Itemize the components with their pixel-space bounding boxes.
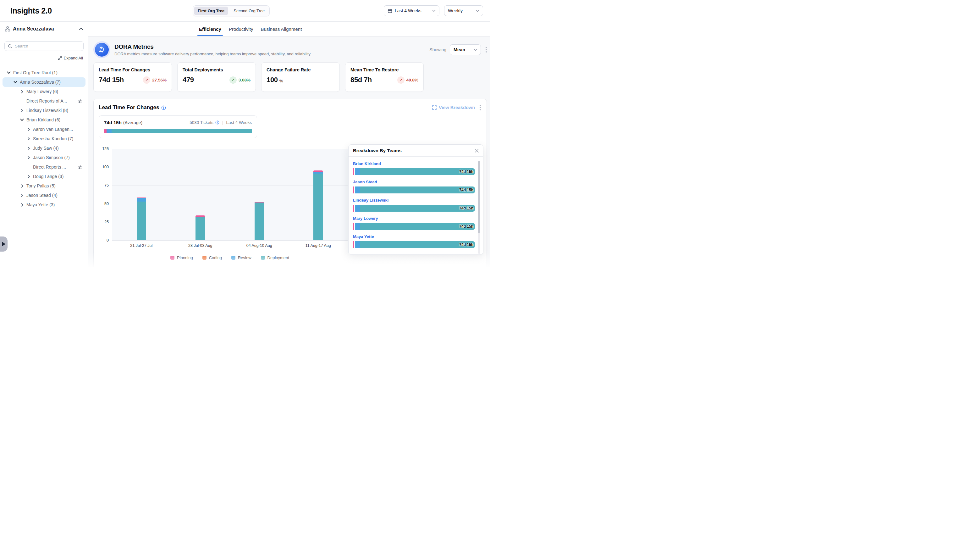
tree-item-label: Jason Simpson (7): [33, 155, 70, 160]
tree-item-judy-saw-4[interactable]: Judy Saw (4): [3, 143, 86, 153]
tab-business-alignment[interactable]: Business Alignment: [261, 22, 302, 36]
chevron-right-icon[interactable]: [20, 184, 24, 188]
team-name-link[interactable]: Jason Stead: [353, 180, 475, 184]
scrollbar-thumb[interactable]: [478, 161, 480, 233]
team-lead-time-bar[interactable]: 74d 15h: [353, 205, 475, 212]
team-lead-time-bar[interactable]: 74d 15h: [353, 223, 475, 230]
chevron-down-icon[interactable]: [20, 118, 24, 122]
tree-item-lindsay-liszewski-8[interactable]: Lindsay Liszewski (8): [3, 106, 86, 115]
tree-item-maya-yette-3[interactable]: Maya Yette (3): [3, 200, 86, 209]
legend-item-deployment[interactable]: Deployment: [261, 255, 289, 260]
aggregation-dropdown[interactable]: Mean: [450, 45, 481, 55]
tree-item-jason-stead-4[interactable]: Jason Stead (4): [3, 191, 86, 200]
tree-item-label: Doug Lange (3): [33, 174, 64, 179]
view-breakdown-button[interactable]: View Breakdown: [432, 105, 475, 110]
tree-item-aaron-van-langen[interactable]: Aaron Van Langen...: [3, 124, 86, 134]
sidebar-search[interactable]: [5, 41, 84, 51]
tree-item-jason-simpson-7[interactable]: Jason Simpson (7): [3, 153, 86, 162]
search-input[interactable]: [15, 44, 80, 48]
team-name-link[interactable]: Maya Yette: [353, 234, 475, 239]
kebab-menu-icon[interactable]: [485, 47, 487, 53]
sidebar-user-name: Anna Scozzafava: [13, 26, 54, 32]
breakdown-row-jason-stead: Jason Stead74d 15h: [353, 180, 475, 193]
kebab-menu-icon[interactable]: [480, 105, 481, 110]
team-name-link[interactable]: Lindsay Liszewski: [353, 198, 475, 202]
toggle-first-org-tree[interactable]: First Org Tree: [194, 6, 228, 15]
legend-item-coding[interactable]: Coding: [202, 255, 222, 260]
sidebar-expand-handle[interactable]: [0, 236, 8, 252]
chevron-right-icon[interactable]: [27, 137, 30, 140]
deployment-segment: [196, 217, 205, 240]
tree-item-direct-reports-of-a[interactable]: Direct Reports of A...: [3, 96, 86, 106]
y-tick-75: 75: [104, 183, 109, 187]
average-phase-bar: [104, 129, 252, 133]
bar-04-aug-10-aug[interactable]: [255, 202, 264, 240]
average-summary-row: 74d 15h (Average) 5030 Tickets | Last 4 …: [104, 120, 252, 125]
tree-item-first-org-tree-root-1[interactable]: First Org Tree Root (1): [3, 68, 86, 77]
chevron-down-icon[interactable]: [14, 80, 17, 84]
chevron-down-icon[interactable]: [7, 71, 11, 75]
chevron-right-icon[interactable]: [27, 147, 30, 150]
tree-item-label: Brian Kirkland (6): [26, 117, 60, 122]
legend-item-planning[interactable]: Planning: [170, 255, 193, 260]
chevron-right-icon[interactable]: [27, 128, 30, 131]
granularity-dropdown[interactable]: Weekly: [444, 5, 483, 16]
dora-controls: Showing Mean: [430, 45, 487, 55]
org-tree-toggle: First Org Tree Second Org Tree: [192, 5, 270, 16]
aggregation-value: Mean: [453, 47, 465, 52]
team-lead-time-bar[interactable]: 74d 15h: [353, 168, 475, 175]
date-range-dropdown[interactable]: Last 4 Weeks: [384, 5, 439, 16]
expand-all-button[interactable]: Expand All: [5, 56, 83, 61]
bar-11-aug-17-aug[interactable]: [313, 171, 323, 240]
top-controls: Last 4 Weeks Weekly: [384, 5, 483, 16]
lead-time-title-text: Lead Time For Changes: [99, 104, 159, 111]
tab-productivity[interactable]: Productivity: [229, 22, 253, 36]
tab-efficiency[interactable]: Efficiency: [199, 22, 221, 36]
review-segment: [137, 198, 146, 201]
chevron-down-icon: [474, 49, 477, 51]
chevron-right-icon[interactable]: [20, 109, 24, 112]
top-header: Insights 2.0 First Org Tree Second Org T…: [0, 0, 490, 22]
tree-item-mary-lowery-6[interactable]: Mary Lowery (6): [3, 87, 86, 96]
tree-item-brian-kirkland-6[interactable]: Brian Kirkland (6): [3, 115, 86, 124]
tree-item-anna-scozzafava-7[interactable]: Anna Scozzafava (7): [3, 77, 86, 87]
chevron-right-icon[interactable]: [20, 203, 24, 207]
team-name-link[interactable]: Brian Kirkland: [353, 161, 475, 166]
chevron-right-icon[interactable]: [20, 194, 24, 197]
chevron-up-icon[interactable]: [79, 28, 83, 30]
legend-item-review[interactable]: Review: [231, 255, 251, 260]
filter-sliders-icon[interactable]: [78, 99, 82, 103]
org-sidebar: Anna Scozzafava Expand All First Org Tre…: [0, 22, 88, 267]
toggle-second-org-tree[interactable]: Second Org Tree: [230, 6, 269, 15]
breakdown-title: Breakdown By Teams: [353, 148, 402, 153]
y-tick-25: 25: [104, 220, 109, 224]
info-icon[interactable]: [161, 105, 166, 110]
metric-card-total-deployments: Total Deployments479↗3.68%: [177, 62, 256, 92]
bar-28-jul-03-aug[interactable]: [196, 215, 205, 240]
tree-item-sireesha-kunduri-7[interactable]: Sireesha Kunduri (7): [3, 134, 86, 143]
chevron-right-icon[interactable]: [27, 175, 30, 178]
tree-item-doug-lange-3[interactable]: Doug Lange (3): [3, 172, 86, 181]
chevron-right-icon[interactable]: [20, 90, 24, 93]
sidebar-header[interactable]: Anna Scozzafava: [0, 22, 88, 36]
scrollbar-track[interactable]: [478, 161, 480, 254]
legend-swatch: [170, 256, 175, 260]
tree-item-direct-reports[interactable]: Direct Reports ...: [3, 162, 86, 172]
filter-sliders-icon[interactable]: [78, 165, 82, 169]
app-title: Insights 2.0: [10, 6, 52, 15]
metric-change-badge: ↗3.68%: [229, 77, 250, 84]
team-lead-time-bar[interactable]: 74d 15h: [353, 241, 475, 248]
gridline-50: [112, 204, 348, 204]
bar-chart-plot: 0255075100125: [112, 149, 348, 240]
info-icon[interactable]: [215, 120, 220, 124]
tree-item-label: Direct Reports of A...: [26, 99, 67, 104]
bar-21-jul-27-jul[interactable]: [137, 198, 146, 240]
team-name-link[interactable]: Mary Lowery: [353, 216, 475, 221]
main-content: EfficiencyProductivityBusiness Alignment: [88, 22, 490, 267]
team-lead-time-bar[interactable]: 74d 15h: [353, 187, 475, 193]
tree-item-tony-pallas-5[interactable]: Tony Pallas (5): [3, 181, 86, 191]
x-label: 28 Jul-03 Aug: [171, 244, 230, 248]
close-icon[interactable]: [475, 148, 479, 153]
y-tick-100: 100: [102, 165, 109, 169]
chevron-right-icon[interactable]: [27, 156, 30, 159]
